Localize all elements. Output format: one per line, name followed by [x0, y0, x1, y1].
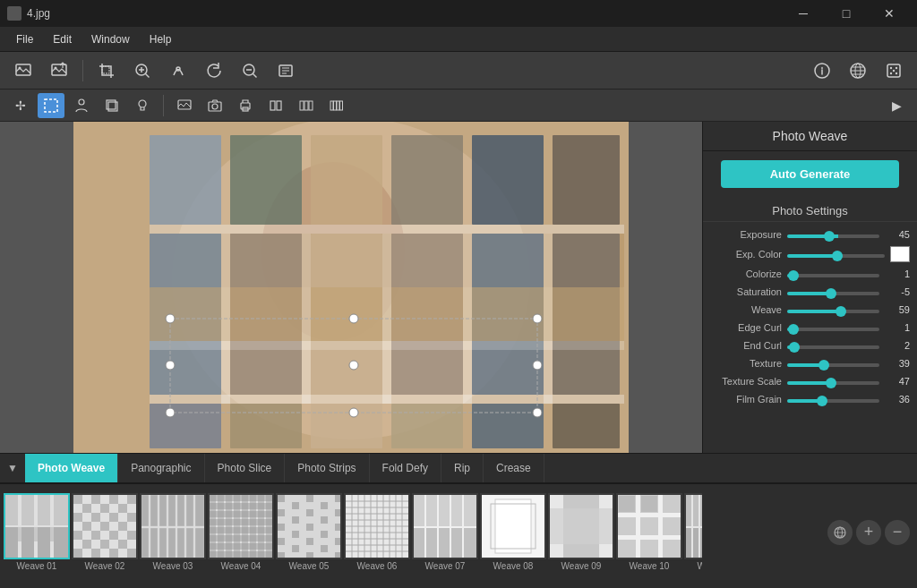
menu-file[interactable]: File [7, 30, 42, 49]
thumb-weave-09[interactable]: Weave 09 [548, 493, 614, 571]
svg-rect-198 [426, 528, 437, 558]
thumb-weave-10[interactable]: Weave 10 [616, 493, 682, 571]
weave-slider[interactable] [787, 310, 879, 313]
svg-rect-119 [159, 495, 167, 526]
copy-layer-tool[interactable] [99, 93, 125, 118]
globe-bottom-button[interactable] [827, 520, 853, 545]
next-arrow-tool[interactable]: ▶ [883, 93, 910, 118]
columns2-tool[interactable] [293, 93, 320, 118]
title-bar-controls: ─ □ ✕ [783, 0, 910, 27]
thumb-weave-03[interactable]: Weave 03 [140, 493, 206, 571]
svg-rect-97 [118, 504, 127, 513]
svg-point-22 [139, 100, 146, 107]
rotate-button[interactable] [198, 55, 230, 86]
svg-rect-92 [91, 495, 100, 504]
thumb-weave-02[interactable]: Weave 02 [72, 493, 138, 571]
svg-rect-149 [278, 495, 285, 502]
svg-rect-28 [270, 101, 275, 110]
rect-select-tool[interactable] [38, 93, 64, 118]
svg-rect-44 [311, 135, 382, 225]
remove-button[interactable]: − [885, 520, 910, 545]
menu-window[interactable]: Window [82, 30, 139, 49]
bulb-tool[interactable] [129, 93, 156, 118]
thumb-weave-04[interactable]: Weave 04 [208, 493, 274, 571]
upload-button[interactable] [43, 55, 75, 86]
dice-button[interactable] [878, 55, 910, 86]
thumb-weave-11[interactable]: Weave 11 [684, 493, 702, 571]
endcurl-slider[interactable] [787, 345, 879, 349]
svg-point-1 [19, 66, 21, 69]
svg-rect-110 [100, 540, 109, 549]
fit-screen-button[interactable] [270, 55, 302, 86]
columns3-tool[interactable] [323, 93, 350, 118]
tab-scroll-left[interactable]: ▼ [0, 453, 25, 483]
svg-rect-140 [210, 495, 272, 501]
exposure-slider[interactable] [787, 234, 879, 238]
tab-photo-weave[interactable]: Photo Weave [25, 453, 118, 483]
move-tool[interactable]: ✢ [7, 93, 34, 118]
svg-rect-94 [127, 495, 136, 504]
svg-rect-111 [118, 540, 127, 549]
svg-rect-112 [73, 549, 82, 558]
thumb-weave-01[interactable]: Weave 01 [4, 493, 70, 571]
edgecurl-label: Edge Curl [710, 322, 782, 333]
add-button[interactable]: + [856, 520, 881, 545]
title-bar: 4.jpg ─ □ ✕ [0, 0, 917, 27]
expcolor-slider[interactable] [787, 254, 885, 258]
tab-panographic[interactable]: Panographic [118, 453, 204, 483]
place-image-button[interactable] [7, 55, 39, 86]
globe-button[interactable] [842, 55, 874, 86]
crop-button[interactable] [90, 55, 123, 86]
tab-fold-defy[interactable]: Fold Defy [370, 453, 441, 483]
svg-rect-142 [210, 511, 272, 517]
svg-point-16 [896, 72, 897, 73]
svg-rect-32 [309, 101, 313, 110]
person-tool[interactable] [68, 93, 95, 118]
texture-slider[interactable] [787, 363, 879, 367]
columns1-tool[interactable] [262, 93, 289, 118]
transform-button[interactable] [162, 55, 194, 86]
menu-help[interactable]: Help [141, 30, 181, 49]
thumb-label-weave-08: Weave 08 [480, 561, 546, 571]
svg-rect-164 [321, 516, 328, 524]
thumb-label-weave-02: Weave 02 [72, 561, 138, 571]
tab-crease[interactable]: Crease [484, 453, 544, 483]
maximize-button[interactable]: □ [826, 0, 867, 27]
svg-rect-141 [210, 503, 272, 509]
svg-rect-33 [330, 101, 333, 110]
filmgrain-slider[interactable] [787, 399, 879, 403]
svg-rect-61 [553, 404, 620, 448]
svg-point-13 [890, 66, 892, 68]
print-tool[interactable] [232, 93, 259, 118]
thumb-weave-06[interactable]: Weave 06 [344, 493, 410, 571]
image-small-tool[interactable] [171, 93, 198, 118]
auto-generate-button[interactable]: Auto Generate [721, 160, 899, 188]
zoom-in-button[interactable] [126, 55, 159, 86]
tab-photo-slice[interactable]: Photo Slice [205, 453, 286, 483]
setting-row-endcurl: End Curl 2 [703, 337, 917, 354]
menu-edit[interactable]: Edit [44, 30, 81, 49]
edgecurl-slider[interactable] [787, 328, 879, 331]
thumb-weave-07[interactable]: Weave 07 [412, 493, 478, 571]
filmgrain-slider-wrap [787, 393, 879, 405]
svg-rect-89 [54, 527, 68, 558]
texturescale-slider[interactable] [787, 381, 879, 385]
tab-rip[interactable]: Rip [441, 453, 484, 483]
thumb-weave-05[interactable]: Weave 05 [276, 493, 342, 571]
minimize-button[interactable]: ─ [783, 0, 824, 27]
expcolor-swatch[interactable] [890, 246, 910, 262]
saturation-slider[interactable] [787, 292, 879, 295]
svg-rect-200 [451, 528, 462, 558]
colorize-slider[interactable] [787, 274, 879, 277]
info-button[interactable] [806, 55, 838, 86]
svg-point-14 [896, 66, 897, 68]
thumb-label-weave-03: Weave 03 [140, 561, 206, 571]
saturation-value: -5 [885, 286, 910, 297]
tab-photo-strips[interactable]: Photo Strips [285, 453, 369, 483]
close-button[interactable]: ✕ [869, 0, 910, 27]
svg-point-72 [533, 314, 542, 323]
thumb-weave-08[interactable]: Weave 08 [480, 493, 546, 571]
setting-row-colorize: Colorize 1 [703, 265, 917, 283]
zoom-out-button[interactable] [234, 55, 266, 86]
camera-tool[interactable] [201, 93, 228, 118]
